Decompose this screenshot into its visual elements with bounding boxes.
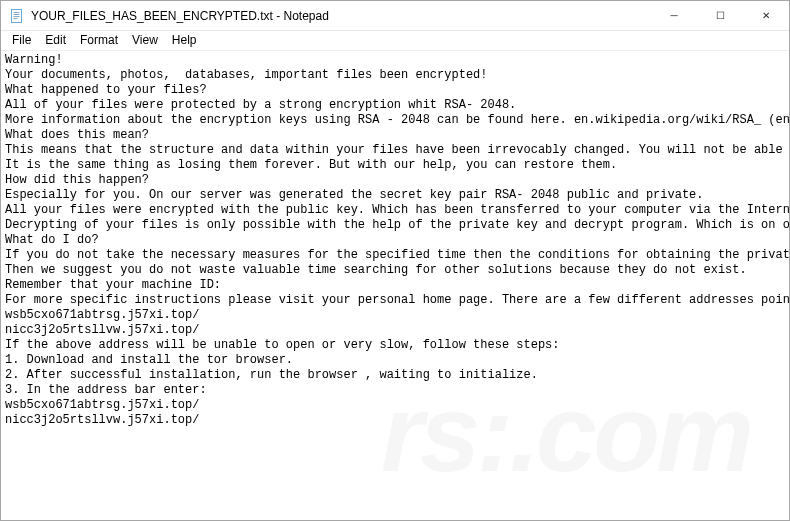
maximize-button[interactable]: ☐: [697, 1, 743, 30]
notepad-document-icon: [9, 8, 25, 24]
maximize-icon: ☐: [716, 10, 725, 21]
close-button[interactable]: ✕: [743, 1, 789, 30]
title-left: YOUR_FILES_HAS_BEEN_ENCRYPTED.txt - Note…: [1, 8, 651, 24]
menu-help[interactable]: Help: [165, 32, 204, 49]
window-title: YOUR_FILES_HAS_BEEN_ENCRYPTED.txt - Note…: [31, 9, 329, 23]
notepad-window: YOUR_FILES_HAS_BEEN_ENCRYPTED.txt - Note…: [0, 0, 790, 521]
menu-view[interactable]: View: [125, 32, 165, 49]
menu-format[interactable]: Format: [73, 32, 125, 49]
menu-file[interactable]: File: [5, 32, 38, 49]
menu-edit[interactable]: Edit: [38, 32, 73, 49]
titlebar[interactable]: YOUR_FILES_HAS_BEEN_ENCRYPTED.txt - Note…: [1, 1, 789, 31]
minimize-button[interactable]: ─: [651, 1, 697, 30]
document-text-area[interactable]: Warning! Your documents, photos, databas…: [1, 51, 789, 520]
window-controls: ─ ☐ ✕: [651, 1, 789, 30]
close-icon: ✕: [762, 10, 770, 21]
minimize-icon: ─: [670, 10, 677, 21]
menubar: File Edit Format View Help: [1, 31, 789, 51]
